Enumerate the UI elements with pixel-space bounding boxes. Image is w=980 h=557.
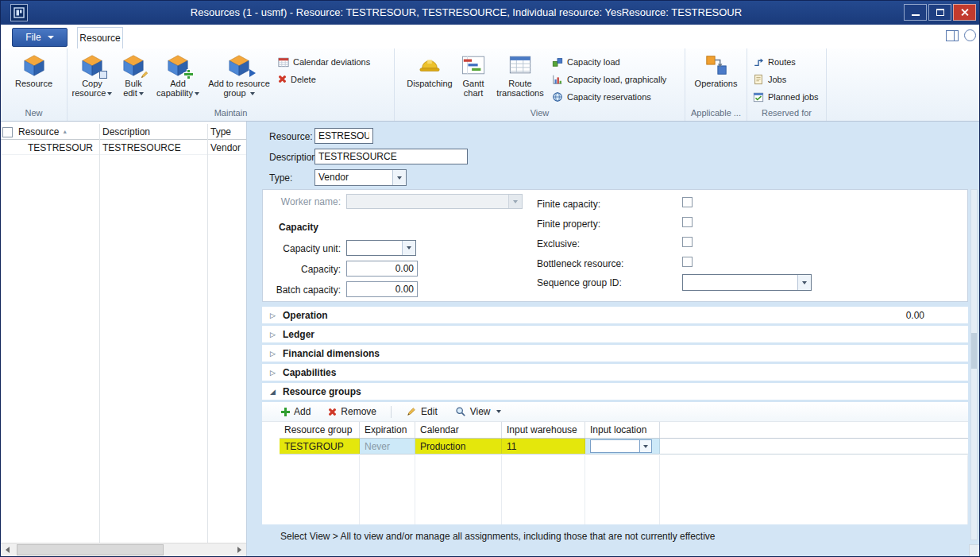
description-input[interactable]: [314, 149, 468, 164]
chevron-down-icon[interactable]: [797, 275, 811, 290]
calendar-icon: [278, 56, 289, 68]
magnifier-icon: [455, 406, 466, 417]
cell-input-warehouse[interactable]: 11: [502, 439, 585, 454]
chevron-down-icon: [139, 92, 144, 95]
horizontal-scrollbar[interactable]: [1, 543, 246, 556]
vertical-scrollbar[interactable]: [970, 189, 978, 540]
cell-calendar[interactable]: Production: [415, 439, 502, 454]
app-window: Resources (1 - usmf) - Resource: TESTRES…: [0, 0, 980, 557]
remove-x-icon: [328, 408, 337, 416]
edit-button[interactable]: Edit: [403, 404, 441, 419]
exclusive-checkbox[interactable]: [682, 237, 693, 247]
add-capability-button[interactable]: Addcapability: [152, 50, 203, 99]
sequence-group-select[interactable]: [682, 274, 812, 291]
add-button[interactable]: Add: [278, 404, 314, 419]
file-menu-button[interactable]: File: [12, 28, 68, 47]
jobs-button[interactable]: Jobs: [750, 72, 822, 87]
assignments-hint-text: Select View > All to view and/or manage …: [280, 531, 716, 542]
routes-button[interactable]: Routes: [750, 54, 822, 69]
maximize-button[interactable]: [928, 4, 951, 21]
remove-button[interactable]: Remove: [325, 404, 380, 419]
finite-capacity-checkbox[interactable]: [682, 197, 693, 207]
select-all-checkbox[interactable]: [2, 127, 13, 137]
scrollbar-thumb[interactable]: [17, 544, 164, 555]
worker-name-select: [346, 194, 523, 209]
copy-resource-icon: [80, 53, 104, 77]
cell-resource[interactable]: TESTRESOUR: [15, 140, 99, 154]
help-icon[interactable]: [964, 29, 976, 41]
column-header-calendar[interactable]: Calendar: [415, 422, 502, 438]
capacity-input[interactable]: [346, 261, 418, 277]
row-selector-cell[interactable]: [1, 140, 15, 154]
fasttab-ledger[interactable]: ▷ Ledger: [262, 326, 968, 342]
ribbon-tab-row: File Resource: [1, 25, 979, 48]
planned-jobs-button[interactable]: Planned jobs: [750, 89, 822, 104]
close-button[interactable]: [953, 4, 976, 21]
dispatching-button[interactable]: Dispatching: [404, 50, 455, 89]
chevron-down-icon[interactable]: [392, 170, 406, 185]
batch-capacity-input[interactable]: [346, 281, 418, 297]
fasttab-capabilities[interactable]: ▷ Capabilities: [262, 364, 968, 381]
scroll-left-button[interactable]: [1, 543, 14, 556]
cell-resource-group[interactable]: TESTGROUP: [280, 439, 360, 454]
capacity-reservations-button[interactable]: Capacity reservations: [549, 89, 669, 104]
capacity-load-graphically-button[interactable]: Capacity load, graphically: [549, 72, 669, 87]
delete-button[interactable]: Delete: [275, 72, 373, 87]
cell-expiration[interactable]: Never: [360, 439, 415, 454]
app-icon[interactable]: [10, 4, 28, 21]
input-location-select[interactable]: [590, 439, 652, 453]
window-title: Resources (1 - usmf) - Resource: TESTRES…: [48, 6, 884, 18]
column-header-description[interactable]: Description: [99, 124, 207, 139]
copy-resource-button[interactable]: Copyresource: [70, 50, 114, 99]
calendar-deviations-button[interactable]: Calendar deviations: [275, 54, 373, 69]
fasttab-resource-groups[interactable]: ◢ Resource groups: [262, 383, 968, 400]
type-select[interactable]: Vendor: [314, 169, 407, 186]
dynamics-ax-icon: [14, 7, 25, 18]
column-header-expiration[interactable]: Expiration: [360, 422, 415, 438]
group-label-reserved: Reserved for: [747, 107, 826, 121]
route-arrow-icon: [753, 56, 764, 68]
fasttab-operation[interactable]: ▷ Operation 0.00: [262, 307, 968, 323]
scrollbar-thumb[interactable]: [971, 333, 977, 369]
cell-input-location[interactable]: [585, 439, 660, 454]
minimize-icon: [912, 14, 920, 16]
finite-property-label: Finite property:: [537, 219, 600, 230]
type-field-label: Type:: [269, 172, 292, 184]
table-row[interactable]: TESTRESOUR TESTRESOURCE Vendor: [1, 140, 246, 155]
cell-description[interactable]: TESTRESOURCE: [99, 140, 207, 154]
view-menu-button[interactable]: View: [452, 404, 504, 419]
add-capability-icon: [166, 53, 190, 77]
column-header-input-warehouse[interactable]: Input warehouse: [502, 422, 585, 438]
column-header-resource-group[interactable]: Resource group: [280, 422, 360, 438]
route-transactions-button[interactable]: Routetransactions: [492, 50, 549, 99]
chevron-down-icon[interactable]: [402, 241, 415, 255]
sort-asc-icon: ▲: [62, 129, 68, 134]
description-field-label: Description:: [269, 152, 319, 163]
bulk-edit-button[interactable]: Bulkedit: [114, 50, 152, 99]
cell-type[interactable]: Vendor: [207, 140, 246, 154]
chevron-down-icon[interactable]: [639, 440, 651, 452]
group-label-view: View: [395, 107, 685, 121]
resource-input[interactable]: [314, 128, 373, 144]
new-resource-button[interactable]: Resource: [10, 50, 59, 89]
column-header-type[interactable]: Type: [207, 124, 246, 139]
scroll-right-button[interactable]: [233, 543, 246, 556]
bottleneck-resource-checkbox[interactable]: [682, 257, 693, 267]
tab-resource[interactable]: Resource: [77, 27, 123, 48]
ribbon-group-view: Dispatching Ganttchart Routetransactions…: [395, 48, 685, 121]
column-header-input-location[interactable]: Input location: [585, 422, 660, 438]
gantt-chart-button[interactable]: Ganttchart: [455, 50, 492, 99]
column-header-resource[interactable]: Resource▲: [15, 124, 99, 139]
ribbon-group-reserved: Routes Jobs Planned jobs Reserved for: [747, 48, 827, 121]
expand-arrow-icon: ▷: [268, 350, 277, 358]
chevron-down-icon: [48, 36, 54, 39]
capacity-unit-select[interactable]: [346, 240, 416, 256]
fasttab-financial-dimensions[interactable]: ▷ Financial dimensions: [262, 345, 968, 362]
add-to-resource-group-button[interactable]: Add to resourcegroup: [203, 50, 275, 99]
operations-button[interactable]: Operations: [690, 50, 743, 89]
layout-icon[interactable]: [946, 30, 959, 41]
finite-property-checkbox[interactable]: [682, 217, 693, 227]
minimize-button[interactable]: [904, 4, 927, 21]
capacity-load-button[interactable]: Capacity load: [549, 54, 669, 69]
table-row[interactable]: TESTGROUP Never Production 11: [280, 439, 968, 454]
